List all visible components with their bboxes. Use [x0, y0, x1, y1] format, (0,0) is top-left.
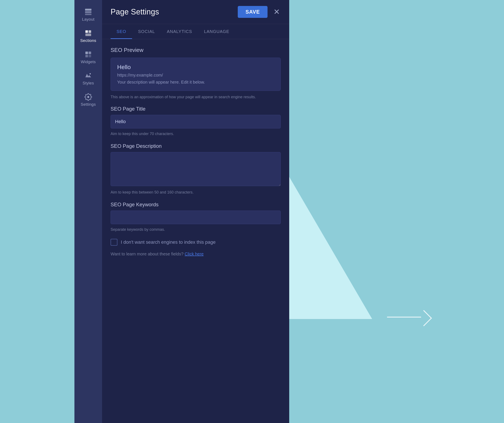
save-button[interactable]: SAVE	[238, 6, 268, 18]
seo-desc-hint: Aim to keep this between 50 and 160 char…	[111, 189, 281, 195]
seo-preview-helper: This above is an approximation of how yo…	[111, 94, 281, 100]
panel-header: Page Settings SAVE ✕	[102, 0, 289, 24]
sidebar-item-settings-label: Settings	[81, 102, 96, 107]
sidebar-item-layout[interactable]: Layout	[74, 4, 102, 25]
noindex-checkbox[interactable]	[111, 239, 117, 246]
seo-desc-label: SEO Page Description	[111, 143, 281, 149]
svg-rect-3	[85, 30, 88, 33]
tabs-bar: SEO SOCIAL ANALYTICS LANGUAGE	[102, 24, 289, 39]
svg-rect-7	[89, 52, 91, 54]
canvas-arrow	[387, 310, 430, 327]
seo-preview-box: Hello https://my.example.com/ Your descr…	[111, 58, 281, 91]
sidebar-item-layout-label: Layout	[82, 17, 95, 22]
click-here-link[interactable]: Click here	[185, 252, 204, 256]
svg-point-10	[90, 73, 91, 74]
close-button[interactable]: ✕	[273, 6, 281, 17]
svg-rect-6	[85, 52, 88, 54]
noindex-row: I don't want search engines to index thi…	[111, 239, 281, 246]
sidebar-item-widgets-label: Widgets	[81, 60, 96, 64]
seo-title-hint: Aim to keep this under 70 characters.	[111, 131, 281, 137]
svg-rect-5	[85, 34, 91, 36]
layout-icon	[84, 8, 92, 16]
seo-keywords-hint: Separate keywords by commas.	[111, 227, 281, 232]
sidebar-item-widgets[interactable]: Widgets	[74, 47, 102, 68]
learn-more-text: Want to learn more about these fields?	[111, 252, 184, 256]
tab-analytics[interactable]: ANALYTICS	[161, 24, 198, 39]
close-icon: ✕	[273, 7, 280, 16]
tab-social[interactable]: SOCIAL	[132, 24, 161, 39]
widgets-icon	[84, 51, 92, 58]
seo-keywords-label: SEO Page Keywords	[111, 202, 281, 208]
panel-title: Page Settings	[111, 7, 159, 16]
seo-desc-group: SEO Page Description Aim to keep this be…	[111, 143, 281, 195]
svg-rect-0	[85, 9, 91, 11]
modal-overlay: Page Settings SAVE ✕ SEO SOCIAL ANALYTIC…	[102, 0, 289, 423]
seo-keywords-group: SEO Page Keywords Separate keywords by c…	[111, 202, 281, 232]
seo-desc-textarea[interactable]	[111, 152, 281, 186]
svg-rect-2	[85, 14, 91, 15]
sidebar-item-styles-label: Styles	[83, 81, 94, 85]
seo-preview-section-title: SEO Preview	[111, 47, 281, 53]
svg-rect-9	[89, 55, 91, 57]
learn-more-row: Want to learn more about these fields? C…	[111, 252, 281, 256]
header-actions: SAVE ✕	[238, 6, 281, 18]
sidebar: Layout Sections Widgets	[74, 0, 102, 423]
styles-icon	[84, 72, 92, 79]
svg-rect-4	[89, 30, 91, 33]
tab-language[interactable]: LANGUAGE	[198, 24, 235, 39]
svg-rect-1	[85, 11, 91, 13]
sidebar-item-settings[interactable]: Settings	[74, 89, 102, 111]
svg-rect-8	[85, 55, 88, 57]
tab-seo[interactable]: SEO	[111, 24, 132, 39]
seo-preview-desc: Your description will appear here. Edit …	[117, 80, 274, 85]
sidebar-item-styles[interactable]: Styles	[74, 68, 102, 89]
seo-preview-title: Hello	[117, 64, 274, 71]
page-settings-panel: Page Settings SAVE ✕ SEO SOCIAL ANALYTIC…	[102, 0, 289, 423]
noindex-label[interactable]: I don't want search engines to index thi…	[121, 239, 216, 245]
seo-title-label: SEO Page Title	[111, 106, 281, 112]
sections-icon	[84, 29, 92, 37]
settings-icon	[84, 93, 92, 101]
sidebar-item-sections[interactable]: Sections	[74, 25, 102, 47]
seo-preview-url: https://my.example.com/	[117, 73, 274, 78]
sidebar-item-sections-label: Sections	[80, 38, 96, 43]
seo-title-input[interactable]	[111, 115, 281, 128]
panel-content: SEO Preview Hello https://my.example.com…	[102, 39, 289, 423]
seo-title-group: SEO Page Title Aim to keep this under 70…	[111, 106, 281, 137]
seo-keywords-input[interactable]	[111, 211, 281, 224]
